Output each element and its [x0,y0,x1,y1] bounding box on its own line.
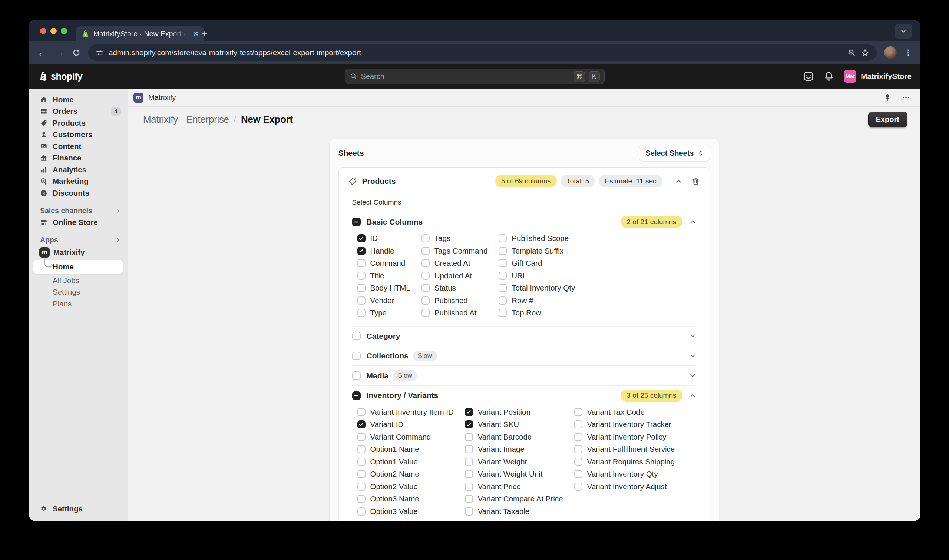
column-checkbox[interactable] [465,495,473,503]
back-button[interactable]: ← [37,48,47,58]
column-option-variant-inventory-qty[interactable]: Variant Inventory Qty [574,468,675,481]
column-option-variant-id[interactable]: Variant ID [357,418,454,431]
chevron-up-icon[interactable] [689,392,696,399]
section-checkbox[interactable] [352,218,361,226]
column-checkbox[interactable] [465,470,473,478]
zoom-window-button[interactable] [61,28,67,34]
sidebar-item-matrixify[interactable]: mMatrixify [29,246,128,259]
store-menu[interactable]: Mat MatrixifyStore [844,70,912,83]
minimize-window-button[interactable] [51,28,57,34]
sidebar-item-app-plans[interactable]: Plans [29,298,128,310]
close-window-button[interactable] [40,28,46,34]
sidebar-item-orders[interactable]: Orders4 [29,106,128,117]
sidebar-item-app-settings[interactable]: Settings [29,286,128,298]
section-checkbox[interactable] [352,352,361,360]
sidebar-item-discounts[interactable]: Discounts [29,187,128,199]
column-checkbox[interactable] [357,284,366,292]
column-checkbox[interactable] [498,234,507,242]
column-checkbox[interactable] [357,483,366,491]
column-checkbox[interactable] [357,297,366,305]
column-checkbox[interactable] [357,408,366,416]
column-checkbox[interactable] [498,284,507,292]
column-option-variant-inventory-item-id[interactable]: Variant Inventory Item ID [357,406,454,418]
section-basic-columns-header[interactable]: Basic Columns2 of 21 columns [352,212,696,232]
browser-profile-avatar[interactable] [884,46,897,59]
column-option-variant-price[interactable]: Variant Price [465,480,563,493]
sidebar-item-online-store[interactable]: Online Store [29,217,128,228]
column-option-variant-requires-shipping[interactable]: Variant Requires Shipping [574,455,675,468]
column-checkbox[interactable] [357,272,366,280]
column-option-vendor[interactable]: Vendor [357,294,411,307]
inbox-icon[interactable] [803,71,814,82]
column-checkbox[interactable] [498,259,507,267]
column-checkbox[interactable] [574,483,582,491]
sidebar-item-content[interactable]: Content [29,140,128,152]
column-option-variant-position[interactable]: Variant Position [465,406,563,418]
sidebar-item-finance[interactable]: Finance [29,152,128,164]
new-tab-button[interactable]: + [201,29,208,39]
column-option-variant-weight-unit[interactable]: Variant Weight Unit [465,468,563,481]
more-actions-icon[interactable] [902,93,910,102]
column-checkbox[interactable] [357,508,366,515]
column-option-type[interactable]: Type [357,307,411,320]
section-inventory-variants-header[interactable]: Inventory / Variants3 of 25 columns [352,386,696,405]
column-option-id[interactable]: ID [357,232,411,245]
section-checkbox[interactable] [352,371,361,380]
column-option-template-suffix[interactable]: Template Suffix [498,245,575,257]
column-checkbox[interactable] [357,420,366,428]
column-option-published-scope[interactable]: Published Scope [498,232,575,245]
column-checkbox[interactable] [421,309,430,317]
pin-icon[interactable] [883,93,892,102]
column-option-variant-image[interactable]: Variant Image [465,443,563,456]
column-option-option3-name[interactable]: Option3 Name [357,493,454,506]
column-option-total-inventory-qty[interactable]: Total Inventory Qty [498,282,575,295]
column-checkbox[interactable] [465,483,473,491]
column-option-variant-fulfillment-service[interactable]: Variant Fulfillment Service [574,443,675,456]
collapse-sheet-icon[interactable] [675,177,683,185]
column-option-created-at[interactable]: Created At [421,257,488,270]
column-checkbox[interactable] [421,272,430,280]
column-option-variant-weight[interactable]: Variant Weight [465,455,563,468]
global-search-input[interactable]: Search ⌘ K [345,69,604,84]
column-checkbox[interactable] [357,495,366,503]
column-option-published[interactable]: Published [421,294,488,307]
column-checkbox[interactable] [574,458,582,466]
column-checkbox[interactable] [498,247,507,255]
column-option-variant-inventory-tracker[interactable]: Variant Inventory Tracker [574,418,675,431]
sidebar-section-apps[interactable]: Apps [29,234,128,246]
column-checkbox[interactable] [574,433,582,441]
column-checkbox[interactable] [357,309,366,317]
column-checkbox[interactable] [357,259,366,267]
chevron-down-icon[interactable] [689,352,696,360]
column-option-title[interactable]: Title [357,269,411,282]
column-option-variant-compare-at-price[interactable]: Variant Compare At Price [465,493,563,506]
forward-button[interactable]: → [54,48,65,58]
address-bar[interactable]: admin.shopify.com/store/ieva-matrixify-t… [88,45,877,61]
section-checkbox[interactable] [352,332,361,340]
column-checkbox[interactable] [357,234,366,242]
column-checkbox[interactable] [465,458,473,466]
export-button[interactable]: Export [868,112,907,128]
column-checkbox[interactable] [465,433,473,441]
column-option-updated-at[interactable]: Updated At [421,269,488,282]
section-category-header[interactable]: Category [352,326,696,346]
site-settings-icon[interactable] [95,49,103,57]
column-checkbox[interactable] [465,408,473,416]
column-checkbox[interactable] [465,445,473,453]
section-media-header[interactable]: MediaSlow [352,366,696,385]
column-option-variant-barcode[interactable]: Variant Barcode [465,431,563,443]
sidebar-item-customers[interactable]: Customers [29,129,128,141]
sidebar-item-app-all-jobs[interactable]: All Jobs [29,275,128,286]
column-option-url[interactable]: URL [498,269,575,282]
column-option-row[interactable]: Row # [498,294,575,307]
column-option-option1-value[interactable]: Option1 Value [357,455,454,468]
column-checkbox[interactable] [421,234,430,242]
breadcrumb[interactable]: Matrixify [148,93,176,102]
column-checkbox[interactable] [574,445,582,453]
section-checkbox[interactable] [352,391,361,400]
column-checkbox[interactable] [421,284,430,292]
sidebar-item-home[interactable]: Home [29,94,128,106]
browser-menu-icon[interactable] [904,49,912,57]
sidebar-item-analytics[interactable]: Analytics [29,164,128,176]
notifications-bell-icon[interactable] [824,71,834,82]
